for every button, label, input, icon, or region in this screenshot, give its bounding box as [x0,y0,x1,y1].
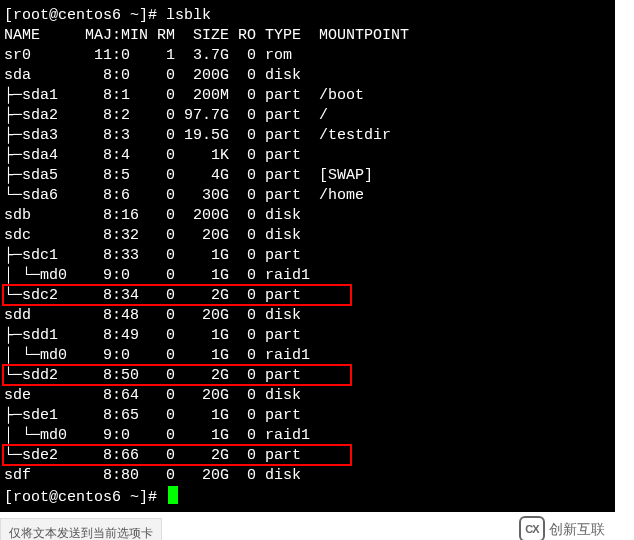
logo-text: 创新互联 [549,519,605,539]
cursor-icon [168,486,178,504]
lsblk-row: ├─sde1 8:65 0 1G 0 part [4,406,611,426]
lsblk-row: ├─sda3 8:3 0 19.5G 0 part /testdir [4,126,611,146]
prompt-line-2[interactable]: [root@centos6 ~]# [4,486,611,506]
prompt-line-1: [root@centos6 ~]# lsblk [4,6,611,26]
lsblk-row: sdb 8:16 0 200G 0 disk [4,206,611,226]
lsblk-row: └─sde2 8:66 0 2G 0 part [4,446,611,466]
lsblk-row: sdc 8:32 0 20G 0 disk [4,226,611,246]
lsblk-rows: sr0 11:0 1 3.7G 0 romsda 8:0 0 200G 0 di… [4,46,611,486]
lsblk-row: ├─sda1 8:1 0 200M 0 part /boot [4,86,611,106]
terminal-window[interactable]: [root@centos6 ~]# lsblk NAME MAJ:MIN RM … [0,0,615,512]
lsblk-row: ├─sda2 8:2 0 97.7G 0 part / [4,106,611,126]
lsblk-row: ├─sda5 8:5 0 4G 0 part [SWAP] [4,166,611,186]
shell-prompt: [root@centos6 ~]# [4,489,166,506]
lsblk-row: ├─sda4 8:4 0 1K 0 part [4,146,611,166]
lsblk-row: ├─sdd1 8:49 0 1G 0 part [4,326,611,346]
lsblk-row: sda 8:0 0 200G 0 disk [4,66,611,86]
lsblk-row: sr0 11:0 1 3.7G 0 rom [4,46,611,66]
lsblk-row: └─sdc2 8:34 0 2G 0 part [4,286,611,306]
lsblk-row: │ └─md0 9:0 0 1G 0 raid1 [4,266,611,286]
lsblk-row: │ └─md0 9:0 0 1G 0 raid1 [4,346,611,366]
logo-mark-icon: CX [519,516,545,540]
lsblk-header: NAME MAJ:MIN RM SIZE RO TYPE MOUNTPOINT [4,26,611,46]
shell-prompt: [root@centos6 ~]# [4,7,166,24]
lsblk-row: sdf 8:80 0 20G 0 disk [4,466,611,486]
lsblk-row: sde 8:64 0 20G 0 disk [4,386,611,406]
lsblk-row: └─sdd2 8:50 0 2G 0 part [4,366,611,386]
footer-bar: 仅将文本发送到当前选项卡 CX 创新互联 [0,518,615,540]
command-text: lsblk [166,7,211,24]
lsblk-row: └─sda6 8:6 0 30G 0 part /home [4,186,611,206]
lsblk-row: sdd 8:48 0 20G 0 disk [4,306,611,326]
lsblk-row: ├─sdc1 8:33 0 1G 0 part [4,246,611,266]
watermark-logo: CX 创新互联 [519,514,629,540]
lsblk-row: │ └─md0 9:0 0 1G 0 raid1 [4,426,611,446]
send-text-tab[interactable]: 仅将文本发送到当前选项卡 [0,518,162,540]
